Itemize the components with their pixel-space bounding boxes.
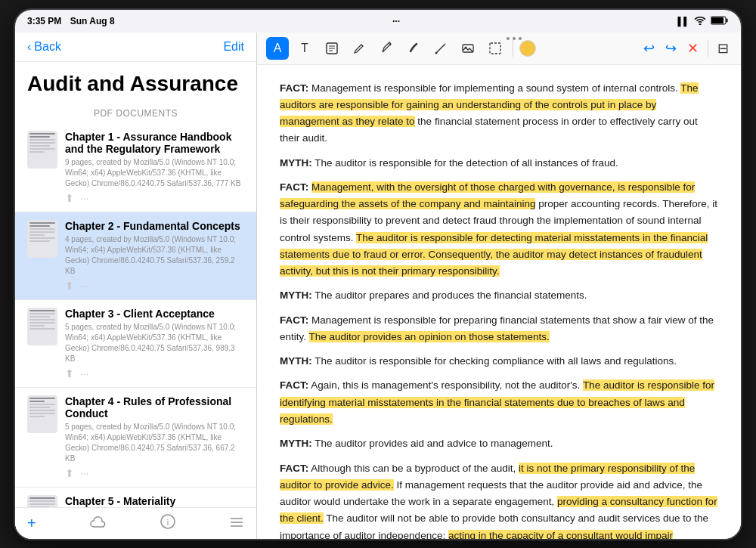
list-item[interactable]: Chapter 4 - Rules of Professional Conduc… xyxy=(15,388,256,488)
battery-icon xyxy=(711,16,729,26)
share-icon: ⬆ xyxy=(65,192,74,204)
color-picker-button[interactable] xyxy=(519,40,536,57)
chapter-title: Chapter 2 - Fundamental Concepts xyxy=(65,220,244,232)
chapter-meta: 5 pages, created by Mozilla/5.0 (Windows… xyxy=(65,422,244,464)
fact-block-2: FACT: Management, with the oversight of … xyxy=(280,179,718,280)
more-icon: ··· xyxy=(80,280,89,292)
status-right: ▌▌ xyxy=(677,16,729,26)
image-tool-button[interactable] xyxy=(457,37,479,60)
fact-label: FACT: xyxy=(280,379,308,391)
chevron-left-icon: ‹ xyxy=(27,40,31,54)
edit-button[interactable]: Edit xyxy=(223,40,244,54)
fact-block-1: FACT: Management is responsible for impl… xyxy=(280,80,718,147)
highlighted-text: The auditor provides an opinion on those… xyxy=(309,331,550,342)
chapter-meta: 4 pages, created by Mozilla/5.0 (Windows… xyxy=(65,234,244,277)
sidebar-nav: ‹ Back Edit xyxy=(15,33,256,62)
list-icon[interactable] xyxy=(229,515,244,532)
svg-rect-17 xyxy=(490,43,500,54)
fact-label: FACT: xyxy=(280,314,308,326)
select-tool-button[interactable] xyxy=(484,37,507,60)
back-button[interactable]: ‹ Back xyxy=(27,40,61,54)
fact-block-3: FACT: Management is responsible for prep… xyxy=(280,312,718,346)
chapter-info: Chapter 1 - Assurance Handbook and the R… xyxy=(65,131,244,204)
list-item[interactable]: Chapter 1 - Assurance Handbook and the R… xyxy=(15,123,256,212)
myth-text: The auditor is responsible for checking … xyxy=(314,355,677,367)
draw-tool-button[interactable] xyxy=(348,37,370,60)
ipad-frame: 3:35 PM Sun Aug 8 ··· ▌▌ xyxy=(15,10,741,539)
svg-rect-2 xyxy=(711,17,723,23)
myth-text: The auditor prepares and produces the fi… xyxy=(314,289,587,301)
time: 3:35 PM xyxy=(27,16,61,26)
toolbar-separator-2 xyxy=(708,40,708,57)
chapter-icons: ⬆ ··· xyxy=(65,467,244,479)
chapter-list: Chapter 1 - Assurance Handbook and the R… xyxy=(15,123,256,506)
chapter-title: Chapter 4 - Rules of Professional Conduc… xyxy=(65,395,244,420)
fact-label: FACT: xyxy=(280,181,308,193)
myth-block-1: MYTH: The auditor is responsible for the… xyxy=(280,155,718,172)
cloud-icon[interactable] xyxy=(90,515,107,532)
signal-dots: ··· xyxy=(392,16,400,26)
myth-block-3: MYTH: The auditor is responsible for che… xyxy=(280,353,718,370)
add-button[interactable]: + xyxy=(27,515,36,532)
sidebar-toggle-button[interactable]: ⊟ xyxy=(714,40,732,57)
chapter-icons: ⬆ ··· xyxy=(65,367,244,379)
chapter-thumbnail xyxy=(27,308,57,345)
chapter-meta: 9 pages, created by Mozilla/5.0 (Windows… xyxy=(65,157,244,189)
marker-tool-button[interactable] xyxy=(402,37,425,60)
status-left: 3:35 PM Sun Aug 8 xyxy=(27,16,115,26)
wifi-icon xyxy=(694,16,706,26)
chapter-thumbnail xyxy=(27,395,57,433)
info-button[interactable]: i xyxy=(160,514,175,533)
main-content: A T xyxy=(257,33,741,539)
myth-label: MYTH: xyxy=(280,438,312,449)
sidebar: ‹ Back Edit Audit and Assurance PDF DOCU… xyxy=(15,33,257,539)
chapter-info: Chapter 5 - Materiality 10 pages, create… xyxy=(65,495,244,506)
list-item[interactable]: Chapter 3 - Client Acceptance 5 pages, c… xyxy=(15,300,256,388)
myth-label: MYTH: xyxy=(280,355,312,367)
fact-text: Management is responsible for implementi… xyxy=(311,82,680,94)
chapter-icons: ⬆ ··· xyxy=(65,280,244,292)
list-item[interactable]: Chapter 5 - Materiality 10 pages, create… xyxy=(15,488,256,506)
list-item[interactable]: Chapter 2 - Fundamental Concepts 4 pages… xyxy=(15,212,256,300)
chapter-thumbnail xyxy=(27,495,57,506)
chapter-title: Chapter 3 - Client Acceptance xyxy=(65,308,244,320)
text-tool-button[interactable]: T xyxy=(293,37,316,60)
chapter-title: Chapter 1 - Assurance Handbook and the R… xyxy=(65,131,244,155)
svg-line-13 xyxy=(436,44,445,53)
date: Sun Aug 8 xyxy=(70,16,115,26)
highlight-tool-button[interactable]: A xyxy=(266,37,289,60)
status-bar: 3:35 PM Sun Aug 8 ··· ▌▌ xyxy=(15,10,741,33)
signal-icon: ▌▌ xyxy=(677,17,689,26)
chapter-title: Chapter 5 - Materiality xyxy=(65,495,244,506)
fact-block-5: FACT: Although this can be a byproduct o… xyxy=(280,460,718,539)
sidebar-title: Audit and Assurance xyxy=(15,62,256,103)
chapter-info: Chapter 3 - Client Acceptance 5 pages, c… xyxy=(65,308,244,379)
chapter-info: Chapter 4 - Rules of Professional Conduc… xyxy=(65,395,244,479)
line-tool-button[interactable] xyxy=(429,37,452,60)
close-tool-button[interactable]: ✕ xyxy=(684,40,702,57)
fact-block-4: FACT: Again, this is management's respon… xyxy=(280,377,718,428)
redo-button[interactable]: ↩ xyxy=(662,40,680,57)
chapter-info: Chapter 2 - Fundamental Concepts 4 pages… xyxy=(65,220,244,292)
share-icon: ⬆ xyxy=(65,367,74,379)
share-icon: ⬆ xyxy=(65,467,74,479)
note-tool-button[interactable] xyxy=(321,37,343,60)
myth-text: The auditor provides aid and advice to m… xyxy=(314,438,553,449)
fact-text: Although this can be a byproduct of the … xyxy=(311,463,519,474)
svg-text:i: i xyxy=(167,518,169,527)
fact-label: FACT: xyxy=(280,82,308,94)
myth-block-2: MYTH: The auditor prepares and produces … xyxy=(280,287,718,304)
undo-button[interactable]: ↩ xyxy=(640,40,658,57)
more-icon: ··· xyxy=(80,192,89,204)
pen-tool-button[interactable] xyxy=(375,37,398,60)
toolbar: A T xyxy=(257,33,741,65)
fact-text: Again, this is management's responsibili… xyxy=(311,379,583,391)
pdf-content: FACT: Management is responsible for impl… xyxy=(257,65,741,539)
chapter-thumbnail xyxy=(27,131,57,169)
myth-label: MYTH: xyxy=(280,157,312,169)
more-icon: ··· xyxy=(80,367,89,379)
sidebar-footer: + i xyxy=(15,507,256,539)
app-container: ‹ Back Edit Audit and Assurance PDF DOCU… xyxy=(15,33,741,539)
drag-handle xyxy=(507,37,522,40)
svg-rect-1 xyxy=(726,18,727,22)
